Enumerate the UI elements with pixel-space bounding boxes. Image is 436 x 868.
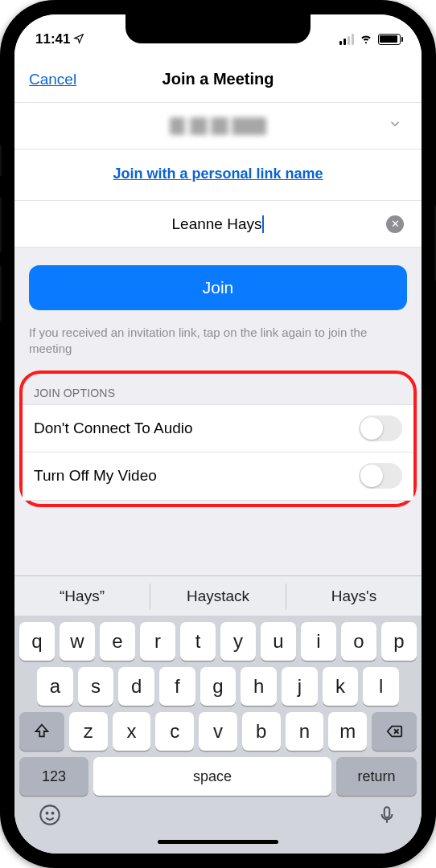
- mic-icon[interactable]: [376, 805, 397, 831]
- key-n[interactable]: n: [286, 712, 324, 751]
- shift-key[interactable]: [19, 712, 64, 751]
- key-e[interactable]: e: [100, 622, 135, 661]
- home-indicator[interactable]: [158, 840, 278, 844]
- key-c[interactable]: c: [155, 712, 194, 751]
- key-a[interactable]: a: [37, 667, 73, 706]
- option-label: Turn Off My Video: [34, 467, 157, 485]
- join-options-header: JOIN OPTIONS: [23, 377, 413, 404]
- key-t[interactable]: t: [180, 622, 216, 661]
- key-b[interactable]: b: [242, 712, 281, 751]
- audio-toggle[interactable]: [359, 416, 402, 441]
- key-s[interactable]: s: [78, 667, 114, 706]
- suggestion[interactable]: “Hays”: [14, 583, 150, 609]
- device-notch: [125, 14, 311, 43]
- text-cursor: [262, 215, 264, 233]
- wifi-icon: [359, 31, 373, 48]
- key-l[interactable]: l: [363, 667, 399, 706]
- emoji-icon[interactable]: [39, 804, 61, 832]
- svg-point-2: [40, 805, 59, 824]
- return-key[interactable]: return: [336, 757, 417, 796]
- name-field-row[interactable]: Leanne Hays ✕: [14, 201, 422, 248]
- key-u[interactable]: u: [261, 622, 296, 661]
- key-q[interactable]: q: [19, 622, 55, 661]
- location-icon: [73, 33, 84, 47]
- page-title: Join a Meeting: [162, 70, 274, 88]
- key-k[interactable]: k: [323, 667, 359, 706]
- numeric-key[interactable]: 123: [19, 757, 88, 796]
- key-p[interactable]: p: [381, 622, 417, 661]
- video-toggle[interactable]: [359, 463, 402, 489]
- suggestion[interactable]: Haystack: [150, 583, 286, 609]
- keyboard: “Hays” Haystack Hays's q w e r t y u i o…: [14, 575, 422, 854]
- key-r[interactable]: r: [140, 622, 175, 661]
- join-options-callout: JOIN OPTIONS Don't Connect To Audio Turn…: [19, 371, 417, 507]
- key-o[interactable]: o: [341, 622, 376, 661]
- meeting-id-field[interactable]: [14, 103, 422, 149]
- personal-link-row: Join with a personal link name: [14, 149, 422, 201]
- key-j[interactable]: j: [282, 667, 318, 706]
- key-v[interactable]: v: [199, 712, 237, 751]
- key-x[interactable]: x: [113, 712, 151, 751]
- option-dont-connect-audio: Don't Connect To Audio: [23, 404, 413, 452]
- join-button[interactable]: Join: [29, 265, 407, 310]
- chevron-down-icon[interactable]: [388, 117, 402, 135]
- option-turn-off-video: Turn Off My Video: [23, 452, 413, 501]
- space-key[interactable]: space: [93, 757, 331, 796]
- svg-rect-5: [385, 807, 390, 817]
- key-h[interactable]: h: [241, 667, 277, 706]
- invitation-hint: If you received an invitation link, tap …: [14, 318, 422, 369]
- key-g[interactable]: g: [200, 667, 237, 706]
- personal-link[interactable]: Join with a personal link name: [113, 166, 323, 182]
- cellular-signal-icon: [339, 34, 354, 45]
- nav-bar: Cancel Join a Meeting: [14, 56, 422, 103]
- status-time: 11:41: [35, 31, 70, 47]
- suggestion-bar: “Hays” Haystack Hays's: [14, 575, 422, 616]
- key-w[interactable]: w: [60, 622, 95, 661]
- key-y[interactable]: y: [220, 622, 256, 661]
- key-m[interactable]: m: [328, 712, 367, 751]
- name-input[interactable]: Leanne Hays: [172, 215, 262, 233]
- suggestion[interactable]: Hays's: [286, 583, 422, 609]
- key-i[interactable]: i: [301, 622, 336, 661]
- svg-point-4: [52, 813, 54, 814]
- svg-point-3: [47, 813, 48, 814]
- meeting-id-masked: [170, 117, 266, 135]
- key-f[interactable]: f: [159, 667, 195, 706]
- backspace-key[interactable]: [372, 712, 417, 751]
- key-d[interactable]: d: [118, 667, 154, 706]
- key-z[interactable]: z: [69, 712, 108, 751]
- clear-text-icon[interactable]: ✕: [386, 215, 404, 233]
- cancel-button[interactable]: Cancel: [29, 71, 76, 88]
- battery-icon: [378, 34, 401, 45]
- option-label: Don't Connect To Audio: [34, 420, 193, 437]
